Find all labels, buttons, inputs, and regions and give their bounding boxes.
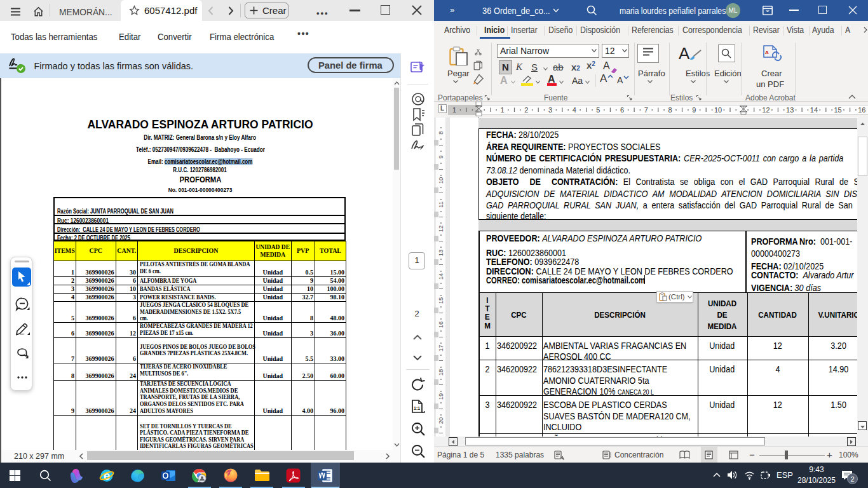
svg-text:1: 1 xyxy=(452,106,456,114)
svg-text:14: 14 xyxy=(810,106,818,114)
svg-text:12: 12 xyxy=(762,106,770,114)
svg-text:16: 16 xyxy=(858,106,865,114)
svg-text:5: 5 xyxy=(596,106,600,114)
svg-text:15: 15 xyxy=(834,106,841,114)
svg-text:6: 6 xyxy=(620,106,624,114)
svg-text:10: 10 xyxy=(714,106,722,114)
svg-text:2: 2 xyxy=(524,106,528,114)
svg-text:4: 4 xyxy=(573,106,576,114)
svg-text:8: 8 xyxy=(668,106,672,114)
svg-text:13: 13 xyxy=(786,106,794,114)
svg-text:1: 1 xyxy=(500,106,504,114)
svg-text:9: 9 xyxy=(692,106,696,114)
svg-text:3: 3 xyxy=(548,106,552,114)
svg-text:e: e xyxy=(104,469,111,482)
svg-text:1:1: 1:1 xyxy=(414,406,420,410)
svg-text:A: A xyxy=(765,50,769,55)
svg-text:7: 7 xyxy=(644,106,648,114)
